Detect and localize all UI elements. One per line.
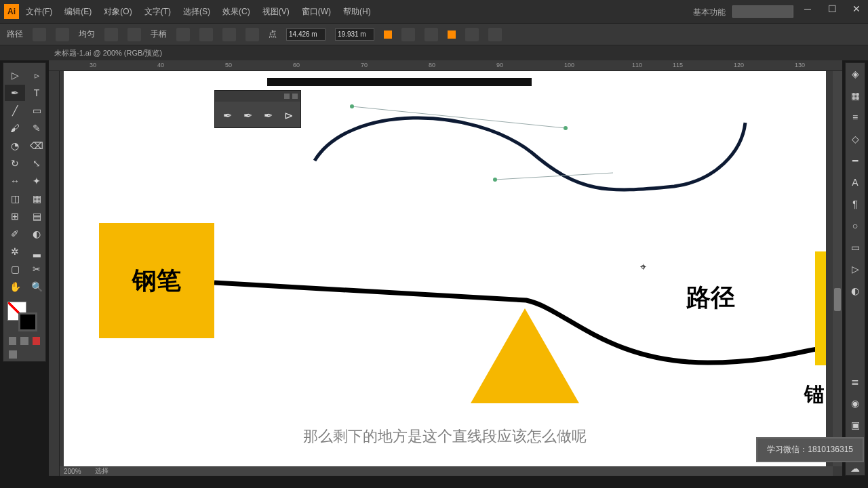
pathfinder-panel-icon[interactable]: ▷ xyxy=(848,262,862,276)
menu-help[interactable]: 帮助(H) xyxy=(343,6,371,18)
tick: 90 xyxy=(496,62,503,68)
type-panel-icon[interactable]: A xyxy=(848,176,862,189)
artboard-tool[interactable]: ▢ xyxy=(5,261,25,277)
minimize-button[interactable]: ─ xyxy=(800,3,815,15)
anchor-label: 锚 xyxy=(804,381,825,409)
stroke-panel-icon[interactable]: ━ xyxy=(848,154,862,167)
shape-builder-tool[interactable]: ◫ xyxy=(5,190,25,207)
convert-icon[interactable] xyxy=(245,28,259,41)
convert-anchor-icon[interactable]: ⊳ xyxy=(281,108,295,122)
tick: 30 xyxy=(90,62,96,68)
align-panel-icon[interactable]: ▭ xyxy=(848,241,862,254)
workspace-preset[interactable]: 基本功能 xyxy=(693,7,726,18)
gradient-tool[interactable]: ▤ xyxy=(26,208,47,224)
pen-variant-icon[interactable]: ✒ xyxy=(220,108,234,122)
direct-selection-tool[interactable]: ▹ xyxy=(26,67,47,83)
color-panel-icon[interactable]: ◈ xyxy=(848,67,862,81)
fill-swatch[interactable] xyxy=(33,28,46,41)
misc-icon-1[interactable] xyxy=(465,28,479,41)
tick: 120 xyxy=(734,62,744,68)
graph-tool[interactable]: ▂ xyxy=(26,243,47,260)
layers-panel-icon[interactable]: ≣ xyxy=(848,375,862,388)
mode-none[interactable] xyxy=(33,337,40,345)
transform-panel-icon[interactable]: ○ xyxy=(848,219,862,232)
y-field[interactable] xyxy=(335,28,374,41)
mesh-tool[interactable]: ⊞ xyxy=(5,208,25,224)
blob-brush-tool[interactable]: ◔ xyxy=(5,138,25,154)
align-icon[interactable] xyxy=(401,28,415,41)
menu-select[interactable]: 选择(S) xyxy=(183,6,210,18)
delete-anchor-icon[interactable]: ✒ xyxy=(261,108,275,122)
libraries-panel-icon[interactable]: ☁ xyxy=(848,462,862,475)
screen-mode[interactable] xyxy=(9,350,17,359)
eraser-tool[interactable]: ⌫ xyxy=(26,138,47,154)
menu-view[interactable]: 视图(V) xyxy=(262,6,290,18)
brushes-panel-icon[interactable]: ≡ xyxy=(848,110,862,124)
vertical-scrollbar[interactable] xyxy=(833,71,842,466)
stroke-color[interactable] xyxy=(18,312,37,331)
slice-tool[interactable]: ✂ xyxy=(26,261,47,277)
tick: 130 xyxy=(795,62,805,68)
curve-icon[interactable] xyxy=(199,28,213,41)
graphic-styles-panel-icon[interactable]: ▣ xyxy=(848,418,862,432)
paintbrush-tool[interactable]: 🖌 xyxy=(5,120,25,136)
transparency-panel-icon[interactable]: ◐ xyxy=(848,284,862,298)
line-tool[interactable]: ╱ xyxy=(5,102,25,119)
warn-chip-2 xyxy=(448,30,456,39)
appearance-panel-icon[interactable]: ◉ xyxy=(848,396,862,410)
brush-icon[interactable] xyxy=(104,28,118,41)
pen-icon[interactable] xyxy=(176,28,190,41)
tick: 80 xyxy=(429,62,435,68)
symbols-panel-icon[interactable]: ◇ xyxy=(848,132,862,146)
menu-type[interactable]: 文字(T) xyxy=(144,6,171,18)
document-tab[interactable]: 未标题-1.ai @ 200% (RGB/预览) xyxy=(54,48,162,58)
symbol-sprayer-tool[interactable]: ✲ xyxy=(5,243,25,260)
menu-object[interactable]: 对象(O) xyxy=(104,6,132,18)
x-field[interactable] xyxy=(286,28,326,41)
anchor-icon[interactable] xyxy=(222,28,236,41)
canvas[interactable]: ✒ ✒ ✒ ⊳ 钢笔 路径 锚 ⌖ 那么剩下的地方是这个直线段应该怎么做呢 xyxy=(60,71,842,476)
perspective-tool[interactable]: ▦ xyxy=(26,190,47,207)
close-button[interactable]: ✕ xyxy=(849,3,864,15)
pencil-tool[interactable]: ✎ xyxy=(26,120,47,136)
paragraph-panel-icon[interactable]: ¶ xyxy=(848,197,862,211)
search-input[interactable] xyxy=(732,5,793,18)
zoom-level[interactable]: 200% xyxy=(64,468,81,475)
menu-effect[interactable]: 效果(C) xyxy=(222,6,250,18)
selection-tool[interactable]: ▷ xyxy=(5,67,25,83)
swatches-panel-icon[interactable]: ▦ xyxy=(848,89,862,102)
artboard[interactable]: ✒ ✒ ✒ ⊳ 钢笔 路径 锚 ⌖ 那么剩下的地方是这个直线段应该怎么做呢 xyxy=(64,71,826,471)
panel-close-icon[interactable] xyxy=(292,94,298,99)
menu-edit[interactable]: 编辑(E) xyxy=(64,6,92,18)
color-swatches[interactable] xyxy=(3,300,45,334)
mode-normal[interactable] xyxy=(9,337,16,345)
eyedropper-tool[interactable]: ✐ xyxy=(5,226,25,242)
tick: 40 xyxy=(157,62,164,68)
pen-tool[interactable]: ✒ xyxy=(5,85,25,101)
svg-point-1 xyxy=(350,104,354,108)
free-transform-tool[interactable]: ✦ xyxy=(26,173,47,189)
blend-tool[interactable]: ◐ xyxy=(26,226,47,242)
maximize-button[interactable]: ☐ xyxy=(825,3,840,15)
rectangle-tool[interactable]: ▭ xyxy=(26,102,47,119)
stroke-mode[interactable]: 均匀 xyxy=(79,28,95,40)
width-tool[interactable]: ↔ xyxy=(5,173,25,189)
scrollbar-thumb[interactable] xyxy=(834,288,841,311)
svg-line-3 xyxy=(495,173,613,180)
yellow-edge-strip xyxy=(815,251,826,365)
misc-icon-2[interactable] xyxy=(488,28,502,41)
transform-icon[interactable] xyxy=(425,28,438,41)
screen-mode-row xyxy=(3,348,45,361)
zoom-tool[interactable]: 🔍 xyxy=(26,279,47,295)
floating-pen-panel[interactable]: ✒ ✒ ✒ ⊳ xyxy=(214,90,301,128)
menu-file[interactable]: 文件(F) xyxy=(26,6,52,18)
type-tool[interactable]: T xyxy=(26,85,47,101)
opacity-icon[interactable] xyxy=(127,28,141,41)
menu-window[interactable]: 窗口(W) xyxy=(302,6,331,18)
hand-tool[interactable]: ✋ xyxy=(5,279,25,295)
rotate-tool[interactable]: ↻ xyxy=(5,155,25,171)
add-anchor-icon[interactable]: ✒ xyxy=(241,108,254,122)
mode-gradient[interactable] xyxy=(20,337,28,345)
scale-tool[interactable]: ⤡ xyxy=(26,155,47,171)
stroke-swatch[interactable] xyxy=(56,28,69,41)
